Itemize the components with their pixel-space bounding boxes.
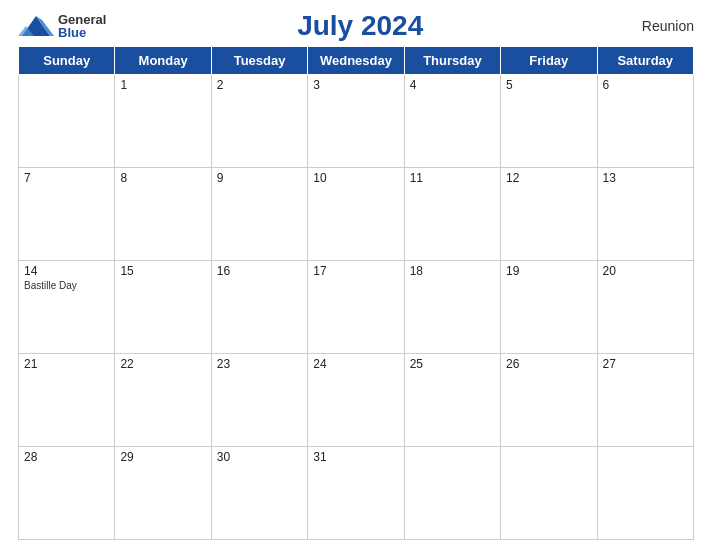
calendar-day-cell [597, 447, 693, 540]
day-number: 8 [120, 171, 205, 185]
day-number: 15 [120, 264, 205, 278]
calendar-day-cell [19, 75, 115, 168]
day-number: 10 [313, 171, 398, 185]
calendar-day-cell: 8 [115, 168, 211, 261]
day-number: 25 [410, 357, 495, 371]
day-number: 19 [506, 264, 591, 278]
calendar-day-cell: 15 [115, 261, 211, 354]
calendar-day-cell: 5 [501, 75, 597, 168]
day-number: 31 [313, 450, 398, 464]
calendar-day-cell: 10 [308, 168, 404, 261]
calendar-day-cell: 2 [211, 75, 307, 168]
calendar-day-cell: 29 [115, 447, 211, 540]
calendar-title: July 2024 [106, 10, 614, 42]
logo-blue-text: Blue [58, 26, 106, 39]
day-number: 9 [217, 171, 302, 185]
day-number: 22 [120, 357, 205, 371]
calendar-day-cell: 27 [597, 354, 693, 447]
day-number: 11 [410, 171, 495, 185]
calendar-week-row: 21222324252627 [19, 354, 694, 447]
day-number: 2 [217, 78, 302, 92]
calendar-day-cell [404, 447, 500, 540]
calendar-title-container: July 2024 [106, 10, 614, 42]
calendar-day-cell: 19 [501, 261, 597, 354]
calendar-week-row: 28293031 [19, 447, 694, 540]
calendar-day-cell: 9 [211, 168, 307, 261]
calendar-day-cell: 1 [115, 75, 211, 168]
calendar-day-cell: 23 [211, 354, 307, 447]
day-number: 12 [506, 171, 591, 185]
weekday-header-tuesday: Tuesday [211, 47, 307, 75]
day-number: 1 [120, 78, 205, 92]
day-number: 16 [217, 264, 302, 278]
day-number: 4 [410, 78, 495, 92]
day-number: 18 [410, 264, 495, 278]
calendar-day-cell: 12 [501, 168, 597, 261]
logo: General Blue [18, 12, 106, 40]
day-number: 28 [24, 450, 109, 464]
calendar-day-cell: 20 [597, 261, 693, 354]
day-number: 24 [313, 357, 398, 371]
calendar-table: SundayMondayTuesdayWednesdayThursdayFrid… [18, 46, 694, 540]
calendar-day-cell: 26 [501, 354, 597, 447]
calendar-day-cell: 21 [19, 354, 115, 447]
calendar-day-cell: 17 [308, 261, 404, 354]
weekday-header-thursday: Thursday [404, 47, 500, 75]
day-number: 23 [217, 357, 302, 371]
calendar-day-cell: 13 [597, 168, 693, 261]
calendar-day-cell: 28 [19, 447, 115, 540]
calendar-day-cell: 24 [308, 354, 404, 447]
weekday-header-monday: Monday [115, 47, 211, 75]
calendar-day-cell: 11 [404, 168, 500, 261]
region-label: Reunion [614, 18, 694, 34]
calendar-day-cell: 7 [19, 168, 115, 261]
calendar-day-cell [501, 447, 597, 540]
calendar-week-row: 123456 [19, 75, 694, 168]
day-number: 17 [313, 264, 398, 278]
logo-icon [18, 12, 54, 40]
day-number: 3 [313, 78, 398, 92]
day-number: 21 [24, 357, 109, 371]
day-number: 5 [506, 78, 591, 92]
day-number: 7 [24, 171, 109, 185]
day-number: 6 [603, 78, 688, 92]
calendar-day-cell: 4 [404, 75, 500, 168]
calendar-day-cell: 31 [308, 447, 404, 540]
day-number: 26 [506, 357, 591, 371]
calendar-week-row: 78910111213 [19, 168, 694, 261]
calendar-day-cell: 14Bastille Day [19, 261, 115, 354]
day-number: 13 [603, 171, 688, 185]
calendar-day-cell: 22 [115, 354, 211, 447]
weekday-header-row: SundayMondayTuesdayWednesdayThursdayFrid… [19, 47, 694, 75]
day-number: 14 [24, 264, 109, 278]
calendar-day-cell: 16 [211, 261, 307, 354]
weekday-header-sunday: Sunday [19, 47, 115, 75]
calendar-week-row: 14Bastille Day151617181920 [19, 261, 694, 354]
calendar-day-cell: 18 [404, 261, 500, 354]
weekday-header-wednesday: Wednesday [308, 47, 404, 75]
day-number: 20 [603, 264, 688, 278]
header: General Blue July 2024 Reunion [18, 10, 694, 42]
calendar-day-cell: 6 [597, 75, 693, 168]
event-label: Bastille Day [24, 280, 77, 291]
weekday-header-friday: Friday [501, 47, 597, 75]
day-number: 30 [217, 450, 302, 464]
calendar-day-cell: 25 [404, 354, 500, 447]
weekday-header-saturday: Saturday [597, 47, 693, 75]
day-number: 29 [120, 450, 205, 464]
calendar-day-cell: 30 [211, 447, 307, 540]
day-number: 27 [603, 357, 688, 371]
calendar-day-cell: 3 [308, 75, 404, 168]
